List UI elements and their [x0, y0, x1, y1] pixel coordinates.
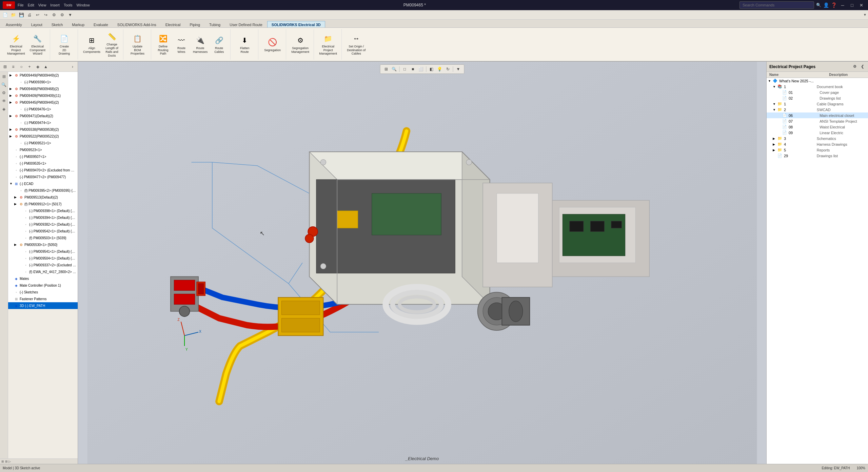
vp-shaded[interactable]: ■ [409, 65, 417, 73]
menu-edit[interactable]: Edit [28, 3, 34, 7]
qa-new[interactable]: 📄 [1, 11, 9, 19]
vp-view-more[interactable]: ▼ [455, 65, 462, 73]
tree-item[interactable]: ◦(-) PM009382<1> (Default) {5031} [8, 221, 78, 228]
rt-toggle[interactable]: ▶ [773, 148, 777, 152]
vp-zoom-in[interactable]: 🔍 [391, 65, 398, 73]
tree-item[interactable]: ▶⚙PM005538(PM009538)(2) [8, 126, 78, 133]
tree-toggle[interactable]: ▶ [14, 196, 18, 199]
tree-toggle[interactable]: ▶ [9, 101, 14, 104]
3d-viewport[interactable]: ⊞ 🔍 □ ■ ⬜ ◧ 💡 ↻ ▼ [78, 62, 766, 464]
tree-item[interactable]: ◦(-) PM009542<1> (Default) {5035} [8, 228, 78, 234]
menu-insert[interactable]: Insert [50, 3, 60, 7]
set-origin-dest-btn[interactable]: ↔ Set Origin /Destination ofCables [345, 32, 367, 57]
right-tree-item[interactable]: 📄06Main electrical closet [767, 112, 868, 118]
lp-collapse-arrow[interactable]: › [69, 63, 76, 70]
right-tree-item[interactable]: ▼📁2SWCAD [767, 107, 868, 112]
tree-item[interactable]: ◦(-) PM009474<1> [8, 119, 78, 126]
flatten-route-btn[interactable]: ⬇ FlattenRoute [236, 34, 253, 55]
qa-rebuild[interactable]: ⚙ [50, 11, 58, 19]
tree-toggle[interactable]: ▶ [9, 94, 14, 97]
lp-icon-6[interactable]: ▲ [42, 63, 50, 70]
tree-toggle[interactable]: ▶ [14, 202, 18, 206]
tree-item[interactable]: ◦(-) PM009507<1> [8, 153, 78, 160]
tab-piping[interactable]: Piping [185, 21, 204, 27]
tree-item[interactable]: ◦(-) PM009337<2> (Excluded from BOM) [8, 262, 78, 268]
tree-toggle[interactable]: ▶ [9, 135, 14, 138]
right-tree-item[interactable]: 📄01Cover page [767, 89, 868, 95]
vp-section[interactable]: ◧ [428, 65, 435, 73]
tree-item[interactable]: ▼⊞(-) ECAD [8, 180, 78, 187]
tree-item[interactable]: ▶⚙PM005530<1> {5050} [8, 241, 78, 248]
search-commands-input[interactable] [739, 1, 814, 9]
tab-evaluate[interactable]: Evaluate [89, 21, 113, 27]
tree-toggle[interactable]: ▶ [9, 114, 14, 118]
tree-item[interactable]: ▶⚙PM009468(PM009468)(2) [8, 85, 78, 92]
rt-toggle[interactable]: ▶ [773, 143, 777, 146]
tree-item[interactable]: ▶⚙PM009471(Default)(2) [8, 112, 78, 119]
tree-toggle[interactable]: ▶ [9, 128, 14, 131]
rt-toggle[interactable]: ▼ [773, 102, 777, 106]
tree-item[interactable]: ▶⚙PM009513(Default)(2) [8, 194, 78, 201]
tree-item[interactable]: ◦(-) PM009535<1> [8, 160, 78, 167]
maximize-button[interactable]: □ [848, 1, 856, 9]
tree-item[interactable]: ▶⚙PM009409(PM009409)(11) [8, 92, 78, 99]
right-tree-item[interactable]: ▼📚1Document book [767, 84, 868, 89]
tab-addins[interactable]: SOLIDWORKS Add-Ins [113, 21, 161, 27]
right-tree-item[interactable]: ▶📁3Schematics [767, 136, 868, 141]
search-icon[interactable]: 🔍 [816, 3, 821, 7]
lp-icon-5[interactable]: ◈ [34, 63, 41, 70]
elec-project-btn[interactable]: ⚡ ElectricalProjectManagement [5, 32, 27, 57]
tab-markup[interactable]: Markup [67, 21, 89, 27]
tree-item[interactable]: ◦(f) EWA_H2_4417_2800<2> (Excluded fro..… [8, 268, 78, 275]
tree-toggle[interactable]: ▶ [9, 74, 14, 77]
tree-item[interactable]: ◦(-) Sketches [8, 289, 78, 295]
route-wires-btn[interactable]: 〰 RouteWires [173, 34, 190, 55]
tree-item[interactable]: ▶⚙PM009445(PM009445)(2) [8, 99, 78, 106]
qa-options[interactable]: ⚙ [58, 11, 66, 19]
tree-item[interactable]: ◦(-) PM009390<1> [8, 79, 78, 85]
right-tree-item[interactable]: ▶📁5Reports [767, 147, 868, 153]
vp-display-mode[interactable]: □ [401, 65, 409, 73]
vp-wireframe[interactable]: ⬜ [417, 65, 425, 73]
lp-icon-1[interactable]: ⊞ [1, 63, 9, 70]
tree-item[interactable]: ◦(f) PM009503<1> {5039} [8, 234, 78, 241]
3d-scene[interactable]: X Z Y [78, 62, 766, 464]
seg-mgmt-btn[interactable]: ⚙ SegregationManagement [290, 34, 311, 55]
tab-electrical[interactable]: Electrical [161, 21, 185, 27]
qa-redo[interactable]: ↪ [42, 11, 50, 19]
align-components-btn[interactable]: ⊞ AlignComponents [81, 34, 102, 55]
right-tree-item[interactable]: ▼📁1Cable Diagrams [767, 101, 868, 107]
tree-item[interactable]: ▶⚙PM009449(PM009449)(2) [8, 72, 78, 79]
elec-proj-mgmt-btn[interactable]: 📁 ElectricalProjectManagement [317, 32, 339, 57]
tab-tubing[interactable]: Tubing [205, 21, 225, 27]
li-search[interactable]: 🔍 [1, 81, 7, 88]
li-display[interactable]: 👁 [1, 98, 7, 104]
tree-item[interactable]: ◈3D (-) EW_PATH [8, 302, 78, 309]
tree-item[interactable]: ◦(-) PM009394<1> (Default) {5027} [8, 214, 78, 221]
tab-sketch[interactable]: Sketch [47, 21, 67, 27]
tree-item[interactable]: ◦PM009523<1> [8, 146, 78, 153]
qa-open[interactable]: 📁 [9, 11, 17, 19]
update-bom-btn[interactable]: 📋 UpdateBOMProperties [129, 32, 146, 57]
tree-item[interactable]: ▶⚙(f) PM009912<1> {5017} [8, 201, 78, 207]
tab-electrical-3d[interactable]: SOLIDWORKS Electrical 3D [267, 21, 325, 27]
right-tree-item[interactable]: 📄09Linear Electric [767, 130, 868, 136]
vp-lighting[interactable]: 💡 [436, 65, 443, 73]
rt-toggle[interactable]: ▼ [773, 85, 777, 88]
menu-window[interactable]: Window [77, 3, 90, 7]
qa-print[interactable]: 🖨 [26, 11, 33, 19]
elec-component-btn[interactable]: 🔧 ElectricalComponentWizard [28, 32, 47, 57]
tree-item[interactable]: ◦(-) PM009398<1> (Default) {5023} [8, 207, 78, 214]
tree-item[interactable]: ◦(-) PM009541<1> (Default) {5062} [8, 248, 78, 255]
right-tree-item[interactable]: 📄08Waist Electrical [767, 124, 868, 130]
right-tree-item[interactable]: 📄29Drawings list [767, 153, 868, 159]
right-tree-item[interactable]: 📄07ANSI Template Project [767, 118, 868, 124]
rt-toggle[interactable]: ▶ [773, 137, 777, 140]
li-tree[interactable]: ⊞ [1, 73, 7, 80]
right-tree-item[interactable]: ▶📁4Harness Drawings [767, 141, 868, 147]
rt-toggle[interactable]: ▼ [773, 108, 777, 111]
create-2d-btn[interactable]: 📄 Create2DDrawing [56, 32, 73, 57]
close-button[interactable]: ✕ [858, 1, 865, 9]
right-tree-item[interactable]: 📄02Drawings list [767, 95, 868, 101]
minimize-button[interactable]: ─ [839, 1, 846, 9]
